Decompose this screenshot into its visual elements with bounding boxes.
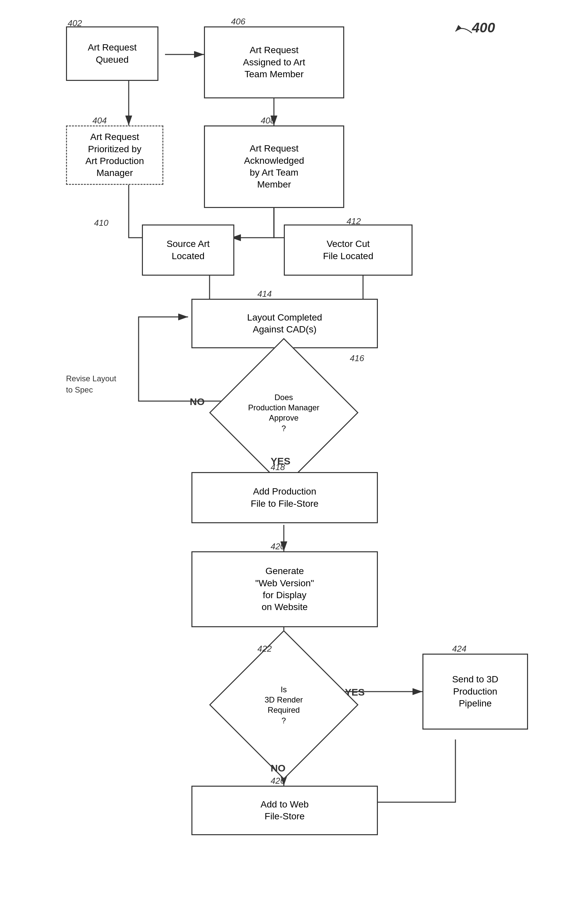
node-424: Send to 3D Production Pipeline	[422, 654, 528, 729]
ref-410: 410	[94, 218, 108, 228]
ref-422: 422	[257, 644, 272, 654]
ref-420: 420	[271, 542, 285, 552]
ref-416: 416	[350, 353, 364, 363]
diagram-container: 400 Art Request Queued 402 Art Request P…	[0, 0, 564, 924]
ref-406: 406	[231, 16, 245, 27]
node-420: Generate "Web Version" for Display on We…	[191, 551, 378, 627]
diagram-number-arrow	[452, 21, 478, 38]
node-406: Art Request Assigned to Art Team Member	[204, 26, 344, 98]
label-yes2: YES	[345, 687, 364, 698]
node-402: Art Request Queued	[66, 26, 158, 81]
ref-412: 412	[346, 216, 361, 226]
label-no2: NO	[271, 763, 285, 774]
node-422: Is 3D Render Required ?	[231, 652, 337, 758]
label-no1: NO	[190, 396, 205, 407]
node-416: Does Production Manager Approve ?	[231, 360, 337, 465]
ref-418: 418	[271, 462, 285, 472]
ref-414: 414	[257, 289, 272, 299]
node-426: Add to Web File-Store	[191, 786, 378, 835]
node-404: Art Request Prioritized by Art Productio…	[66, 126, 164, 185]
label-revise: Revise Layout to Spec	[66, 373, 132, 395]
ref-408: 408	[261, 116, 275, 126]
node-408: Art Request Acknowledged by Art Team Mem…	[204, 126, 344, 208]
ref-426: 426	[271, 776, 285, 786]
ref-424: 424	[452, 644, 466, 654]
node-410: Source Art Located	[142, 225, 234, 276]
ref-404: 404	[92, 116, 106, 126]
node-412: Vector Cut File Located	[284, 225, 412, 276]
ref-402: 402	[68, 18, 82, 28]
node-418: Add Production File to File-Store	[191, 472, 378, 523]
